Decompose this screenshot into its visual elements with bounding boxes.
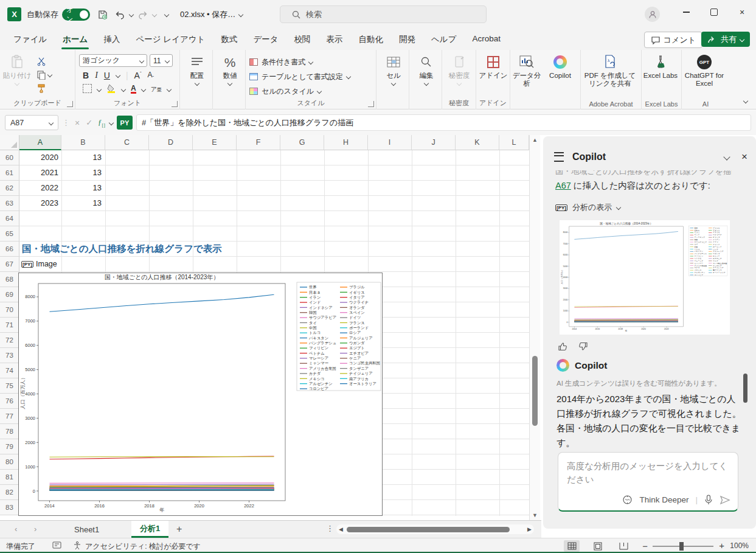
decrease-font-button[interactable]: Aˇ <box>148 71 154 80</box>
chart-thumbnail[interactable]: 0100020003000400050006000700080002014201… <box>560 220 730 335</box>
close-button[interactable]: × <box>728 0 756 24</box>
sensitivity-button[interactable]: 秘密度 <box>442 50 476 85</box>
ribbon-tab-5[interactable]: データ <box>246 30 285 49</box>
ribbon-tab-0[interactable]: ファイル <box>6 30 54 49</box>
zoom-in-button[interactable]: + <box>719 540 724 551</box>
cell-B62[interactable]: 13 <box>64 183 102 192</box>
chatgpt-button[interactable]: GPT ChatGPT for Excel <box>682 50 727 88</box>
sheet-tab-Sheet1[interactable]: Sheet1 <box>66 521 108 538</box>
cell-A60[interactable]: 2020 <box>22 153 58 162</box>
row-header-77[interactable]: 77 <box>0 409 19 424</box>
column-header-H[interactable]: H <box>324 135 368 150</box>
column-header-A[interactable]: A <box>19 135 61 150</box>
document-title[interactable]: 02.xlsx • 保存… <box>180 9 235 20</box>
mic-icon[interactable] <box>704 495 713 505</box>
cell-B60[interactable]: 13 <box>64 153 102 162</box>
scroll-up-icon[interactable]: ▲ <box>530 137 540 143</box>
font-name-select[interactable]: 游ゴシック <box>79 54 147 67</box>
clipboard-dialog-launcher[interactable] <box>67 101 73 107</box>
thumbs-up-icon[interactable] <box>558 341 568 352</box>
row-header-71[interactable]: 71 <box>0 318 19 333</box>
zoom-out-button[interactable]: − <box>642 541 648 551</box>
format-painter-button[interactable] <box>34 82 54 95</box>
alignment-button[interactable]: 配置 <box>180 50 214 85</box>
ribbon-tab-7[interactable]: 表示 <box>319 30 350 49</box>
row-header-73[interactable]: 73 <box>0 348 19 363</box>
ribbon-collapse-icon[interactable] <box>743 99 748 103</box>
cell-A62[interactable]: 2022 <box>22 183 58 192</box>
sheetbar-more-icon[interactable]: ⋮ <box>326 524 334 533</box>
styles-dialog-launcher[interactable] <box>368 101 374 107</box>
cell-A61[interactable]: 2021 <box>22 168 58 177</box>
zoom-level[interactable]: 100% <box>730 541 749 550</box>
row-header-74[interactable]: 74 <box>0 363 19 378</box>
font-dialog-launcher[interactable] <box>172 101 178 107</box>
row-header-63[interactable]: 63 <box>0 196 19 211</box>
format-as-table-button[interactable]: テーブルとして書式設定 <box>246 69 376 84</box>
thumbs-down-icon[interactable] <box>578 341 588 352</box>
column-header-C[interactable]: C <box>105 135 149 150</box>
send-icon[interactable] <box>720 495 730 505</box>
number-button[interactable]: % 数値 <box>213 50 247 85</box>
copilot-scrollbar-thumb[interactable] <box>743 374 747 403</box>
row-header-83[interactable]: 83 <box>0 500 19 515</box>
column-header-F[interactable]: F <box>237 135 280 150</box>
row-header-69[interactable]: 69 <box>0 287 19 302</box>
cells-button[interactable]: セル <box>376 50 411 85</box>
row-header-81[interactable]: 81 <box>0 470 19 485</box>
borders-button[interactable] <box>83 84 92 95</box>
save-icon[interactable] <box>95 7 110 22</box>
hscroll-thumb[interactable] <box>347 527 510 532</box>
search-box[interactable]: 検索 <box>280 5 487 23</box>
copilot-close-icon[interactable]: × <box>741 151 747 163</box>
insert-function-dropdown-icon[interactable] <box>109 120 114 125</box>
cell-ref-link[interactable]: A67 <box>555 181 571 190</box>
think-deeper-button[interactable]: Think Deeper <box>639 495 688 504</box>
undo-icon[interactable] <box>113 7 127 22</box>
formula-input[interactable]: #「世界」を除外した国・地域ごとの人口推移グラフの描画 <box>136 114 751 131</box>
row-header-68[interactable]: 68 <box>0 272 19 287</box>
row-header-67[interactable]: 67 <box>0 257 19 272</box>
accessibility-status[interactable]: アクセシビリティ: 検討が必要です <box>85 541 201 552</box>
select-all-corner[interactable] <box>0 135 19 150</box>
copilot-input[interactable]: 高度な分析用のメッセージを入力してください Think Deeper | <box>558 452 738 512</box>
fill-color-button[interactable] <box>106 83 116 95</box>
redo-icon[interactable] <box>136 7 150 22</box>
row-header-72[interactable]: 72 <box>0 333 19 348</box>
cell-styles-button[interactable]: セルのスタイル <box>246 84 376 99</box>
row-header-61[interactable]: 61 <box>0 165 19 181</box>
horizontal-scrollbar[interactable]: ◀ ▶ <box>336 524 534 534</box>
column-header-I[interactable]: I <box>368 135 412 150</box>
bold-button[interactable]: B <box>83 71 89 80</box>
maximize-button[interactable] <box>700 0 728 24</box>
phonetic-button[interactable]: ア亜 <box>151 85 162 94</box>
increase-font-button[interactable]: Aˆ <box>134 71 142 80</box>
ribbon-tab-10[interactable]: ヘルプ <box>424 30 463 49</box>
prev-sheet-icon[interactable]: ‹ <box>15 524 17 534</box>
data-analysis-button[interactable]: データ分析 <box>510 50 543 88</box>
undo-dropdown-icon[interactable] <box>129 12 134 16</box>
filename-dropdown-icon[interactable] <box>238 12 243 16</box>
hscroll-left-icon[interactable]: ◀ <box>339 526 343 532</box>
font-size-select[interactable]: 11 <box>150 54 173 67</box>
copilot-menu-icon[interactable] <box>554 152 564 162</box>
macro-record-icon[interactable] <box>52 541 61 551</box>
conditional-formatting-button[interactable]: 条件付き書式 <box>246 55 376 69</box>
cell-B61[interactable]: 13 <box>64 168 102 177</box>
vscroll-thumb[interactable] <box>532 356 538 426</box>
italic-button[interactable]: I <box>95 71 98 80</box>
ribbon-tab-4[interactable]: 数式 <box>213 30 244 49</box>
ribbon-tab-1[interactable]: ホーム <box>55 30 95 49</box>
qat-customize-icon[interactable] <box>164 12 169 16</box>
insert-python-icon[interactable]: ƒ[] <box>97 117 106 128</box>
column-header-L[interactable]: L <box>499 135 529 150</box>
ribbon-tab-8[interactable]: 自動化 <box>352 30 391 49</box>
column-header-E[interactable]: E <box>193 135 237 150</box>
underline-dropdown-icon[interactable] <box>116 73 120 78</box>
cell-a67-image[interactable]: [PY] Image <box>21 260 57 268</box>
name-box[interactable]: A87 <box>5 115 58 130</box>
cancel-icon[interactable]: × <box>74 118 81 128</box>
cell-B63[interactable]: 13 <box>64 198 102 207</box>
excel-labs-button[interactable]: Excel Labs <box>642 50 679 80</box>
hscroll-right-icon[interactable]: ▶ <box>527 526 532 532</box>
